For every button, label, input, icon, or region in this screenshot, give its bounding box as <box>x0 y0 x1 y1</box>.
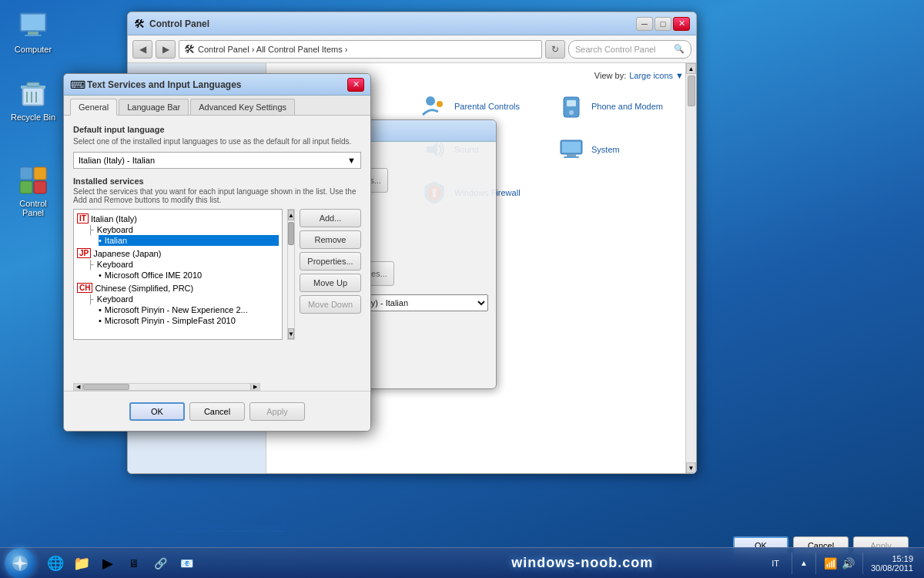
recycle-bin-icon-label: Recycle Bin <box>11 113 55 122</box>
svg-rect-12 <box>34 167 46 180</box>
cp-item-parental-icon <box>420 92 448 120</box>
ts-language-dropdown[interactable]: Italian (Italy) - Italian ▼ <box>73 152 361 169</box>
ts-default-lang-title: Default input language <box>73 125 361 134</box>
ts-add-button[interactable]: Add... <box>300 209 361 227</box>
cp-close-button[interactable]: ✕ <box>673 17 690 31</box>
cp-item-system-label: System <box>591 145 620 154</box>
taskbar-mail-button[interactable]: 📧 <box>174 551 199 576</box>
ts-tree-item-jp-kb[interactable]: ├ Keyboard <box>88 259 279 270</box>
ts-installed-title: Installed services <box>73 176 361 186</box>
cp-back-button[interactable]: ◀ <box>132 40 152 59</box>
taskbar-clock[interactable]: 15:19 30/08/2011 <box>871 554 918 573</box>
cp-scrollbar[interactable]: ▲ ▼ <box>685 63 696 473</box>
cp-forward-button[interactable]: ▶ <box>156 40 176 59</box>
control-panel-icon-label: Control Panel <box>9 199 57 217</box>
ts-move-up-button[interactable]: Move Up <box>300 274 361 292</box>
cp-scroll-up-btn[interactable]: ▲ <box>686 63 696 74</box>
volume-tray-icon[interactable]: 🔊 <box>842 557 855 570</box>
start-button[interactable] <box>5 548 35 579</box>
ts-close-button[interactable]: ✕ <box>347 78 364 92</box>
ts-move-down-button[interactable]: Move Down <box>300 295 361 314</box>
ts-remove-button[interactable]: Remove <box>300 230 361 249</box>
cp-titlebar: 🛠 Control Panel ─ □ ✕ <box>128 12 696 35</box>
cp-refresh-button[interactable]: ↻ <box>545 40 565 59</box>
ts-scroll-up[interactable]: ▲ <box>288 210 294 220</box>
cp-scroll-thumb[interactable] <box>688 76 695 106</box>
ts-tree-item-ch[interactable]: CH Chinese (Simplified, PRC) <box>77 282 279 294</box>
desktop-icon-control-panel[interactable]: Control Panel <box>6 162 60 220</box>
cp-address-bar[interactable]: 🛠 Control Panel › All Control Panel Item… <box>179 40 542 59</box>
svg-rect-21 <box>567 100 576 106</box>
ts-tree-ch-py2-label: Microsoft Pinyin - SimpleFast 2010 <box>105 316 236 325</box>
ts-tree-item-jp-ime[interactable]: • Microsoft Office IME 2010 <box>99 270 279 281</box>
ts-tree-jp-kb-label: Keyboard <box>97 260 133 269</box>
svg-point-18 <box>426 96 435 106</box>
cp-title-icon: 🛠 <box>134 18 145 30</box>
taskbar-vm-button[interactable]: 🖥 <box>122 551 146 576</box>
cp-bottom-link[interactable]: How can I install additional languages? <box>139 523 285 532</box>
taskbar-tray: IT ▲ 📶 🔊 15:19 30/08/2011 <box>761 553 924 574</box>
desktop-icon-recycle-bin[interactable]: Recycle Bin <box>6 76 60 125</box>
cp-item-phone-label: Phone and Modem <box>591 102 663 111</box>
ts-tree: IT Italian (Italy) ├ Keyboard • Italian … <box>73 209 283 340</box>
ts-hscroll-track <box>83 384 250 390</box>
taskbar-items: 🌐 📁 ▶ 🖥 🔗 📧 <box>40 548 403 578</box>
ts-title-text: Text Services and Input Languages <box>87 79 347 90</box>
taskbar-ie-button[interactable]: 🌐 <box>43 551 68 576</box>
ts-apply-button[interactable]: Apply <box>249 402 305 421</box>
network-tray-icon[interactable]: 📶 <box>824 557 837 570</box>
ts-tree-ch-py1-label: Microsoft Pinyin - New Experience 2... <box>105 305 248 314</box>
ts-horizontal-scroll[interactable]: ◀ ▶ <box>73 383 260 391</box>
taskbar-media-button[interactable]: ▶ <box>95 551 120 576</box>
cp-item-phone-modem[interactable]: Phone and Modem <box>553 88 684 125</box>
svg-rect-29 <box>564 156 579 158</box>
ts-tabs-bar: General Language Bar Advanced Key Settin… <box>64 96 370 116</box>
svg-rect-27 <box>562 142 581 153</box>
cp-search-bar[interactable]: Search Control Panel 🔍 <box>568 40 691 59</box>
ts-tree-item-ch-py1[interactable]: • Microsoft Pinyin - New Experience 2... <box>99 304 279 315</box>
ts-tab-general[interactable]: General <box>70 99 117 116</box>
ts-tab-language-bar[interactable]: Language Bar <box>119 99 189 115</box>
arrow-icon[interactable]: ▲ <box>800 559 808 567</box>
cp-viewby-value[interactable]: Large icons ▼ <box>629 71 684 80</box>
ts-hscroll-left[interactable]: ◀ <box>74 384 83 390</box>
ts-tree-item-ch-kb[interactable]: ├ Keyboard <box>88 294 279 304</box>
ts-tree-item-it-italian[interactable]: • Italian <box>99 235 279 246</box>
cp-item-system[interactable]: System <box>553 131 684 168</box>
cp-minimize-button[interactable]: ─ <box>636 17 653 31</box>
ts-tree-item-jp[interactable]: JP Japanese (Japan) <box>77 247 279 259</box>
cp-maximize-button[interactable]: □ <box>654 17 671 31</box>
cp-search-placeholder: Search Control Panel <box>575 45 656 54</box>
ts-hscroll-thumb[interactable] <box>83 384 129 390</box>
ts-cancel-button[interactable]: Cancel <box>189 402 245 421</box>
ts-scroll-thumb[interactable] <box>288 222 294 245</box>
ts-tree-scrollbar[interactable]: ▲ ▼ <box>287 209 295 340</box>
ts-tree-it-kb-label: Keyboard <box>97 225 133 234</box>
ts-tree-item-it-kb[interactable]: ├ Keyboard <box>88 224 279 235</box>
ts-tab-advanced-key[interactable]: Advanced Key Settings <box>190 99 295 115</box>
ts-dropdown-arrow: ▼ <box>347 156 356 165</box>
taskbar-network-button[interactable]: 🔗 <box>148 551 172 576</box>
ts-body: Default input language Select one of the… <box>64 116 370 403</box>
ts-tree-item-it[interactable]: IT Italian (Italy) <box>77 213 279 224</box>
cp-scroll-down-btn[interactable]: ▼ <box>686 462 696 473</box>
ts-dialog: ⌨ Text Services and Input Languages ✕ Ge… <box>63 73 371 432</box>
computer-icon-label: Computer <box>15 45 52 54</box>
ts-tree-ch-kb-label: Keyboard <box>97 294 133 304</box>
taskbar-explorer-button[interactable]: 📁 <box>69 551 94 576</box>
ts-ok-button[interactable]: OK <box>129 402 185 421</box>
ts-scroll-down[interactable]: ▼ <box>288 328 294 339</box>
desktop-icon-computer[interactable]: Computer <box>6 8 60 57</box>
ts-tree-italian-label: Italian <box>105 236 127 245</box>
svg-point-22 <box>569 110 574 115</box>
cp-scroll-track <box>686 74 696 462</box>
taskbar-lang-indicator: IT <box>767 559 784 568</box>
ts-title-icon: ⌨ <box>70 79 82 91</box>
taskbar-divider-1 <box>792 553 792 574</box>
ts-tree-item-ch-py2[interactable]: • Microsoft Pinyin - SimpleFast 2010 <box>99 315 279 326</box>
ts-bottom-bar: OK Cancel Apply <box>64 391 370 431</box>
ts-hscroll-right[interactable]: ▶ <box>250 384 259 390</box>
cp-item-parental-label: Parental Controls <box>454 102 520 111</box>
ts-properties-button[interactable]: Properties... <box>300 252 361 271</box>
svg-rect-2 <box>28 32 38 35</box>
